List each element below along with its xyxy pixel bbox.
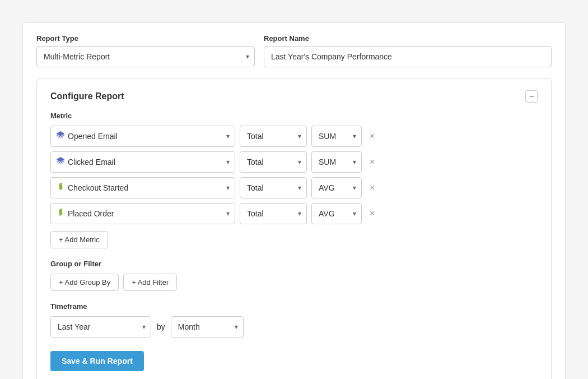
- configure-section: Configure Report − Metric Opened Email T…: [36, 78, 552, 379]
- add-filter-button[interactable]: + Add Filter: [123, 274, 177, 291]
- metric-type-select-wrapper-1: Total Unique: [240, 151, 307, 173]
- timeframe-select-wrapper: Last Year This Year Last 30 Days Custom: [50, 316, 151, 338]
- remove-metric-button-3[interactable]: ×: [366, 208, 378, 219]
- timeframe-select[interactable]: Last Year This Year Last 30 Days Custom: [50, 316, 151, 338]
- metric-agg-select-wrapper-2: SUM AVG COUNT: [311, 177, 362, 198]
- metric-name-select-2[interactable]: Checkout Started: [50, 177, 235, 198]
- metric-agg-select-3[interactable]: SUM AVG COUNT: [311, 203, 362, 224]
- month-select-wrapper: Month Week Day Quarter: [171, 316, 244, 338]
- metric-type-select-wrapper-0: Total Unique: [240, 126, 307, 147]
- report-name-input[interactable]: [264, 46, 552, 67]
- group-filter-buttons: + Add Group By + Add Filter: [50, 274, 538, 291]
- report-name-group: Report Name: [264, 34, 552, 67]
- top-row: Report Type Multi-Metric Report Report N…: [36, 34, 552, 67]
- metric-type-select-0[interactable]: Total Unique: [240, 126, 307, 147]
- metric-type-select-3[interactable]: Total Unique: [240, 203, 307, 224]
- report-type-select[interactable]: Multi-Metric Report: [36, 46, 255, 67]
- metric-row: Opened Email Total Unique SUM AVG COUNT …: [50, 126, 538, 147]
- metric-agg-select-1[interactable]: SUM AVG COUNT: [311, 151, 362, 173]
- remove-metric-button-2[interactable]: ×: [366, 182, 378, 193]
- metric-type-select-wrapper-3: Total Unique: [240, 203, 307, 224]
- metric-name-select-0[interactable]: Opened Email: [50, 126, 235, 147]
- timeframe-row: Last Year This Year Last 30 Days Custom …: [50, 316, 538, 338]
- save-run-button[interactable]: Save & Run Report: [50, 351, 144, 371]
- metric-name-select-wrapper-0: Opened Email: [50, 126, 235, 147]
- timeframe-section: Timeframe Last Year This Year Last 30 Da…: [50, 302, 538, 338]
- metric-name-select-wrapper-1: Clicked Email: [50, 151, 235, 173]
- month-select[interactable]: Month Week Day Quarter: [171, 316, 244, 338]
- group-filter-section: Group or Filter + Add Group By + Add Fil…: [50, 260, 538, 291]
- metric-rows: Opened Email Total Unique SUM AVG COUNT …: [50, 126, 538, 224]
- by-label: by: [157, 322, 165, 331]
- remove-metric-button-1[interactable]: ×: [366, 156, 378, 168]
- timeframe-label: Timeframe: [50, 302, 538, 311]
- metric-agg-select-wrapper-0: SUM AVG COUNT: [311, 126, 362, 147]
- metric-type-select-1[interactable]: Total Unique: [240, 151, 307, 173]
- configure-title: Configure Report: [50, 91, 124, 101]
- collapse-button[interactable]: −: [525, 90, 538, 103]
- form-section: Report Type Multi-Metric Report Report N…: [22, 22, 566, 379]
- report-name-label: Report Name: [264, 34, 552, 43]
- configure-header: Configure Report −: [50, 90, 538, 103]
- metric-row: Placed Order Total Unique SUM AVG COUNT …: [50, 203, 538, 224]
- metric-name-select-1[interactable]: Clicked Email: [50, 151, 235, 173]
- metric-agg-select-2[interactable]: SUM AVG COUNT: [311, 177, 362, 198]
- group-filter-label: Group or Filter: [50, 260, 538, 268]
- page-wrapper: Report Type Multi-Metric Report Report N…: [11, 11, 577, 379]
- metric-row: Clicked Email Total Unique SUM AVG COUNT…: [50, 151, 538, 173]
- remove-metric-button-0[interactable]: ×: [366, 131, 378, 142]
- metric-row: Checkout Started Total Unique SUM AVG CO…: [50, 177, 538, 198]
- metric-agg-select-wrapper-1: SUM AVG COUNT: [311, 151, 362, 173]
- add-group-by-button[interactable]: + Add Group By: [50, 274, 119, 291]
- add-metric-button[interactable]: + Add Metric: [50, 231, 108, 248]
- report-type-group: Report Type Multi-Metric Report: [36, 34, 255, 67]
- metric-type-select-wrapper-2: Total Unique: [240, 177, 307, 198]
- metric-name-select-wrapper-2: Checkout Started: [50, 177, 235, 198]
- metric-type-select-2[interactable]: Total Unique: [240, 177, 307, 198]
- metric-agg-select-0[interactable]: SUM AVG COUNT: [311, 126, 362, 147]
- metric-section-label: Metric: [50, 112, 538, 120]
- metric-name-select-3[interactable]: Placed Order: [50, 203, 235, 224]
- metric-agg-select-wrapper-3: SUM AVG COUNT: [311, 203, 362, 224]
- report-type-select-wrapper: Multi-Metric Report: [36, 46, 255, 67]
- metric-name-select-wrapper-3: Placed Order: [50, 203, 235, 224]
- report-type-label: Report Type: [36, 34, 255, 43]
